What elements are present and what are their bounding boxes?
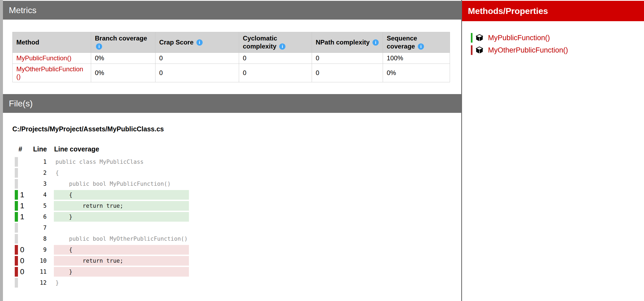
code-line-row: 2 { (15, 168, 461, 178)
code-line-row: 0 10 return true; (15, 256, 461, 266)
source-code-line: public bool MyPublicFunction() (54, 179, 189, 189)
metric-value-cell: 0% (383, 64, 450, 82)
source-code-line: public bool MyOtherPublicFunction() (54, 234, 189, 244)
line-number: 7 (30, 223, 47, 233)
metric-value-cell: 0 (239, 64, 312, 82)
source-code-line: return true; (54, 256, 189, 266)
metric-value-cell: 100% (383, 53, 450, 64)
coverage-status-bar (471, 33, 472, 43)
source-code-line: { (54, 245, 189, 255)
code-line-row: 7 (15, 223, 461, 233)
metrics-table-row: MyPublicFunction() 0%000100% (13, 53, 450, 64)
line-number: 10 (30, 256, 47, 266)
coverage-indicator-bar (15, 245, 18, 255)
file-path: C:/Projects/MyProject/Assets/MyPublicCla… (12, 125, 461, 133)
code-line-row: 1 public class MyPublicClass (15, 157, 461, 167)
code-line-row: 0 11 } (15, 267, 461, 277)
code-line-row: 3 public bool MyPublicFunction() (15, 179, 461, 189)
line-number: 12 (30, 278, 47, 288)
coverage-indicator-bar (15, 157, 18, 167)
code-line-row: 8 public bool MyOtherPublicFunction() (15, 234, 461, 244)
info-icon[interactable] (96, 43, 102, 50)
method-cube-icon (476, 34, 483, 42)
source-code-line: { (54, 168, 189, 178)
coverage-indicator-bar (15, 168, 18, 178)
code-line-row: 12 } (15, 278, 461, 288)
hit-count: 0 (20, 267, 30, 277)
metric-value-cell: 0% (91, 53, 155, 64)
coverage-indicator-bar (15, 223, 18, 233)
method-link[interactable]: MyOtherPublicFunction() (13, 64, 91, 82)
coverage-indicator-bar (15, 190, 18, 200)
code-rows: 1 public class MyPublicClass 2 { 3 publi… (15, 157, 461, 288)
info-icon[interactable] (418, 43, 424, 50)
method-link[interactable]: MyPublicFunction() (488, 34, 550, 42)
coverage-indicator-bar (15, 201, 18, 211)
coverage-indicator-bar (15, 256, 18, 266)
code-table-header: # Line Line coverage (15, 145, 461, 153)
metric-value-cell: 0% (91, 64, 155, 82)
column-header-method: Method (13, 32, 91, 53)
metrics-table: Method Branch coverage Crap Score Cyclom… (12, 32, 450, 82)
info-icon[interactable] (196, 39, 203, 46)
line-coverage-column-header: Line coverage (54, 145, 99, 153)
metrics-table-header-row: Method Branch coverage Crap Score Cyclom… (13, 32, 450, 53)
line-coverage-table: # Line Line coverage 1 public class MyPu… (15, 145, 461, 288)
column-header-sequence-coverage: Sequence coverage (383, 32, 450, 53)
info-icon[interactable] (279, 43, 285, 50)
coverage-indicator-bar (15, 212, 18, 222)
column-header-branch-coverage: Branch coverage (91, 32, 155, 53)
column-header-npath-complexity: NPath complexity (312, 32, 383, 53)
source-code-line: public class MyPublicClass (54, 157, 189, 167)
line-number: 9 (30, 245, 47, 255)
coverage-indicator-bar (15, 267, 18, 277)
hit-count (20, 278, 30, 288)
metric-value-cell: 0 (155, 64, 239, 82)
source-code-line: } (54, 212, 189, 222)
info-icon[interactable] (373, 39, 379, 46)
methods-list: MyPublicFunction() MyOtherPublicFunction… (462, 33, 644, 55)
method-link[interactable]: MyPublicFunction() (13, 53, 91, 64)
main-content: Metrics Method Branch coverage Crap Scor… (3, 0, 461, 301)
line-column-header: Line (26, 145, 47, 153)
hit-count: 1 (20, 212, 30, 222)
source-code-line: } (54, 267, 189, 277)
line-number: 3 (30, 179, 47, 189)
hits-column-header: # (15, 145, 26, 153)
column-header-cyclomatic-complexity: Cyclomatic complexity (239, 32, 312, 53)
metric-value-cell: 0 (312, 64, 383, 82)
line-number: 8 (30, 234, 47, 244)
line-number: 2 (30, 168, 47, 178)
code-line-row: 0 9 { (15, 245, 461, 255)
source-code-line: return true; (54, 201, 189, 211)
metrics-table-row: MyOtherPublicFunction() 0%0000% (13, 64, 450, 82)
method-cube-icon (476, 46, 483, 54)
hit-count (20, 223, 30, 233)
hit-count: 0 (20, 256, 30, 266)
hit-count (20, 179, 30, 189)
method-link[interactable]: MyOtherPublicFunction() (488, 46, 568, 54)
code-line-row: 1 4 { (15, 190, 461, 200)
hit-count (20, 157, 30, 167)
source-code-line (54, 223, 189, 233)
coverage-status-bar (471, 45, 472, 55)
coverage-indicator-bar (15, 278, 18, 288)
line-number: 4 (30, 190, 47, 200)
metric-value-cell: 0 (312, 53, 383, 64)
line-number: 5 (30, 201, 47, 211)
files-section-header: File(s) (3, 94, 461, 113)
metric-value-cell: 0 (239, 53, 312, 64)
line-number: 11 (30, 267, 47, 277)
code-line-row: 1 5 return true; (15, 201, 461, 211)
hit-count: 1 (20, 190, 30, 200)
hit-count: 1 (20, 201, 30, 211)
method-list-item: MyPublicFunction() (471, 33, 644, 43)
source-code-line: { (54, 190, 189, 200)
metrics-table-body: MyPublicFunction() 0%000100% MyOtherPubl… (13, 53, 450, 82)
code-line-row: 1 6 } (15, 212, 461, 222)
source-code-line: } (54, 278, 189, 288)
line-number: 1 (30, 157, 47, 167)
coverage-indicator-bar (15, 234, 18, 244)
hit-count: 0 (20, 245, 30, 255)
sidebar: Methods/Properties MyPublicFunction() My… (461, 0, 644, 301)
